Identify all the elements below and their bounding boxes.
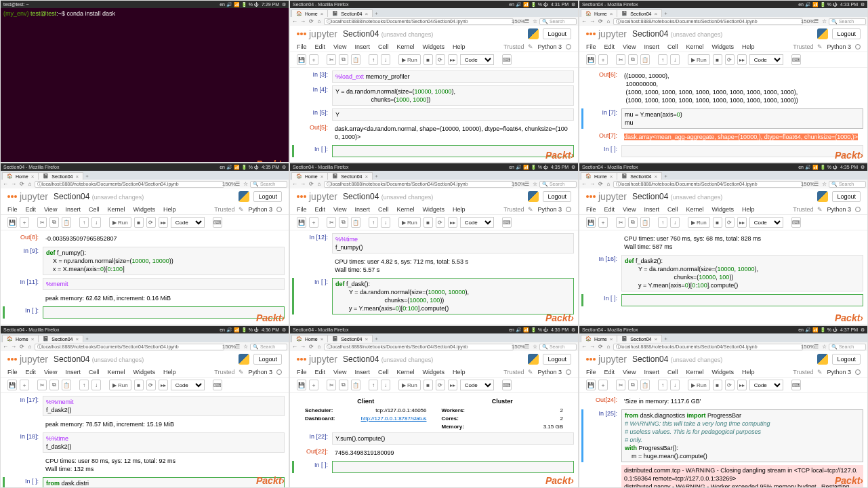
logout-button[interactable]: Logout	[253, 354, 282, 365]
search-box[interactable]: 🔍 Search	[829, 18, 866, 25]
browser-tab-home[interactable]: 🏠Home×	[581, 9, 617, 17]
menu-insert[interactable]: Insert	[354, 206, 370, 213]
move-up-button[interactable]: ↑	[658, 54, 667, 65]
menu-edit[interactable]: Edit	[604, 206, 615, 213]
stop-button[interactable]: ■	[423, 380, 433, 390]
menu-widgets[interactable]: Widgets	[711, 206, 734, 213]
search-box[interactable]: 🔍 Search	[250, 181, 287, 188]
menu-insert[interactable]: Insert	[65, 369, 81, 375]
menu-view[interactable]: View	[623, 43, 636, 50]
menu-insert[interactable]: Insert	[65, 206, 81, 213]
save-button[interactable]: 💾	[586, 217, 596, 228]
code-cell-input[interactable]: %memit	[43, 278, 285, 290]
stop-button[interactable]: ■	[713, 217, 722, 228]
command-palette-button[interactable]: ⌨	[213, 380, 222, 390]
logout-button[interactable]: Logout	[543, 354, 571, 365]
copy-button[interactable]: ⧉	[628, 217, 638, 228]
address-bar[interactable]: ⓘ localhost:8888/notebooks/Documents/Sec…	[35, 181, 224, 188]
paste-button[interactable]: 📋	[351, 217, 360, 228]
save-button[interactable]: 💾	[586, 380, 596, 390]
menu-cell[interactable]: Cell	[667, 43, 678, 50]
close-icon[interactable]: ×	[610, 174, 613, 180]
forward-button[interactable]: →	[10, 181, 17, 188]
close-icon[interactable]: ×	[76, 336, 79, 342]
jupyter-logo[interactable]: jupyter Section04 (unsaved changes)	[297, 191, 433, 202]
menu-view[interactable]: View	[623, 369, 636, 375]
jupyter-logo[interactable]: jupyter Section04 (unsaved changes)	[586, 28, 722, 39]
restart-button[interactable]: ⟳	[725, 217, 735, 228]
notebook-title[interactable]: Section04	[343, 192, 379, 201]
menu-file[interactable]: File	[7, 369, 18, 375]
run-button[interactable]: ▶ Run	[688, 217, 710, 228]
kernel-name[interactable]: Python 3	[537, 206, 562, 213]
kernel-name[interactable]: Python 3	[537, 43, 562, 50]
add-cell-button[interactable]: ＋	[309, 380, 318, 390]
search-box[interactable]: 🔍 Search	[539, 344, 577, 350]
back-button[interactable]: ←	[291, 344, 298, 350]
address-bar[interactable]: ⓘ localhost:8888/notebooks/Documents/Sec…	[324, 344, 514, 350]
run-button[interactable]: ▶ Run	[688, 380, 710, 390]
menu-widgets[interactable]: Widgets	[422, 369, 445, 375]
browser-tab-notebook[interactable]: 📓Section04×	[38, 335, 83, 342]
code-cell-input[interactable]: Y.sum().compute()	[332, 432, 574, 445]
close-icon[interactable]: ×	[655, 11, 658, 17]
new-tab-button[interactable]: ＋	[661, 172, 670, 180]
save-button[interactable]: 💾	[297, 54, 306, 65]
close-icon[interactable]: ×	[321, 11, 324, 17]
forward-button[interactable]: →	[299, 181, 306, 188]
star-icon[interactable]: ☆	[821, 18, 827, 25]
cut-button[interactable]: ✂	[37, 380, 47, 390]
close-icon[interactable]: ×	[655, 336, 658, 342]
code-cell-input[interactable]: def f_dask2(): Y = da.random.normal(size…	[621, 255, 863, 291]
cell-type-select[interactable]: Code	[171, 380, 205, 390]
menu-cell[interactable]: Cell	[378, 369, 389, 375]
close-icon[interactable]: ×	[321, 174, 324, 180]
zoom-label[interactable]: 150%	[515, 344, 522, 350]
star-icon[interactable]: ☆	[242, 344, 249, 350]
browser-tab-home[interactable]: 🏠Home×	[291, 172, 328, 180]
kernel-name[interactable]: Python 3	[827, 369, 851, 375]
run-button[interactable]: ▶ Run	[398, 54, 421, 65]
close-icon[interactable]: ×	[31, 336, 35, 342]
menu-file[interactable]: File	[586, 43, 596, 50]
zoom-label[interactable]: 150%	[515, 18, 522, 25]
menu-view[interactable]: View	[44, 206, 57, 213]
browser-tab-notebook[interactable]: 📓Section04×	[327, 9, 373, 17]
back-button[interactable]: ←	[291, 181, 298, 188]
code-cell-input[interactable]: %%time f_numpy()	[332, 233, 574, 253]
new-tab-button[interactable]: ＋	[83, 172, 91, 180]
paste-button[interactable]: 📋	[640, 380, 650, 390]
menu-help[interactable]: Help	[163, 369, 176, 375]
address-bar[interactable]: ⓘ localhost:8888/notebooks/Documents/Sec…	[613, 181, 803, 188]
run-button[interactable]: ▶ Run	[109, 380, 131, 390]
back-button[interactable]: ←	[581, 18, 587, 25]
menu-cell[interactable]: Cell	[89, 369, 100, 375]
menu-kernel[interactable]: Kernel	[396, 206, 414, 213]
reader-icon[interactable]: ☰	[812, 344, 819, 350]
search-box[interactable]: 🔍 Search	[829, 344, 866, 350]
home-button[interactable]: ⌂	[316, 344, 323, 350]
move-down-button[interactable]: ↓	[670, 217, 680, 228]
menu-widgets[interactable]: Widgets	[133, 369, 155, 375]
add-cell-button[interactable]: ＋	[598, 217, 608, 228]
command-palette-button[interactable]: ⌨	[213, 217, 222, 228]
menu-cell[interactable]: Cell	[89, 206, 100, 213]
cut-button[interactable]: ✂	[616, 380, 625, 390]
back-button[interactable]: ←	[2, 181, 9, 188]
trusted-indicator[interactable]: Trusted	[503, 206, 524, 213]
restart-button[interactable]: ⟳	[146, 380, 156, 390]
search-box[interactable]: 🔍 Search	[829, 181, 866, 188]
menu-help[interactable]: Help	[453, 206, 466, 213]
browser-tab-notebook[interactable]: 📓Section04×	[617, 335, 662, 342]
restart-button[interactable]: ⟳	[436, 217, 445, 228]
star-icon[interactable]: ☆	[821, 344, 827, 350]
restart-run-button[interactable]: ▸▸	[448, 380, 457, 390]
move-up-button[interactable]: ↑	[658, 380, 667, 390]
trusted-indicator[interactable]: Trusted	[503, 369, 524, 375]
forward-button[interactable]: →	[10, 344, 17, 350]
reload-button[interactable]: ⟳	[597, 181, 604, 188]
move-up-button[interactable]: ↑	[369, 54, 378, 65]
trusted-indicator[interactable]: Trusted	[793, 206, 813, 213]
move-up-button[interactable]: ↑	[369, 380, 378, 390]
browser-tab-notebook[interactable]: 📓Section04×	[327, 172, 373, 180]
